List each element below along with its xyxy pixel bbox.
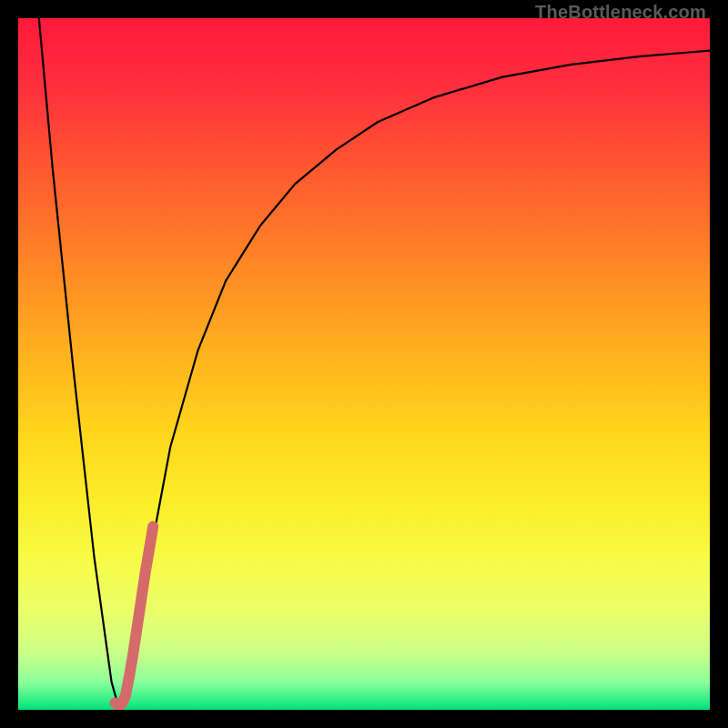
plot-area (18, 18, 710, 710)
watermark-label: TheBottleneck.com (535, 2, 706, 23)
highlight-segment (115, 527, 153, 706)
chart-curves (18, 18, 710, 710)
chart-frame: TheBottleneck.com (0, 0, 728, 728)
